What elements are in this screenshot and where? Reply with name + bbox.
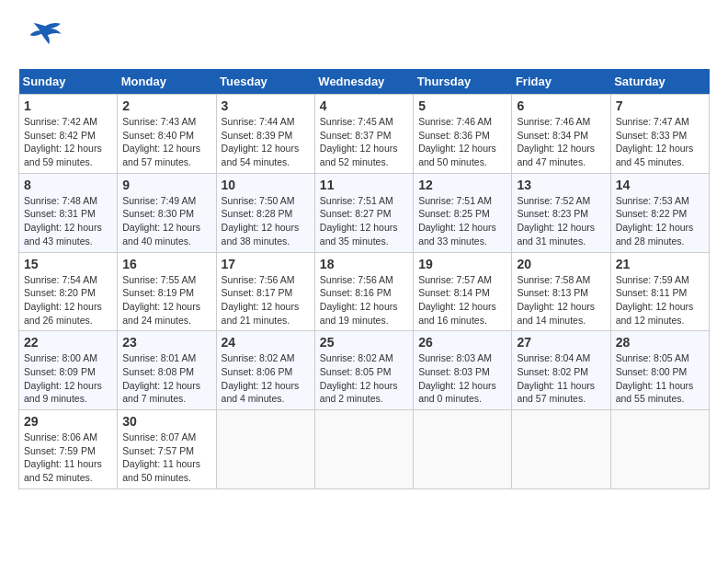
- day-info: Sunrise: 7:51 AM Sunset: 8:25 PM Dayligh…: [418, 194, 506, 248]
- day-info: Sunrise: 7:58 AM Sunset: 8:13 PM Dayligh…: [517, 273, 605, 327]
- day-info: Sunrise: 7:51 AM Sunset: 8:27 PM Dayligh…: [320, 194, 408, 248]
- day-info: Sunrise: 7:44 AM Sunset: 8:39 PM Dayligh…: [222, 115, 310, 169]
- day-number: 7: [616, 98, 704, 113]
- day-cell-13: 13 Sunrise: 7:52 AM Sunset: 8:23 PM Dayl…: [512, 173, 610, 252]
- day-cell-4: 4 Sunrise: 7:45 AM Sunset: 8:37 PM Dayli…: [314, 95, 413, 174]
- day-number: 26: [418, 335, 506, 350]
- empty-cell: [314, 410, 413, 489]
- day-number: 24: [222, 335, 310, 350]
- day-number: 29: [24, 414, 112, 429]
- weekday-header-saturday: Saturday: [610, 69, 709, 95]
- day-number: 17: [222, 257, 310, 271]
- day-info: Sunrise: 7:52 AM Sunset: 8:23 PM Dayligh…: [517, 194, 605, 248]
- day-cell-6: 6 Sunrise: 7:46 AM Sunset: 8:34 PM Dayli…: [512, 95, 610, 174]
- day-number: 13: [517, 178, 605, 192]
- day-cell-7: 7 Sunrise: 7:47 AM Sunset: 8:33 PM Dayli…: [610, 95, 709, 174]
- day-number: 14: [616, 178, 704, 192]
- day-number: 27: [517, 335, 605, 350]
- day-number: 16: [122, 257, 210, 271]
- week-row-3: 15 Sunrise: 7:54 AM Sunset: 8:20 PM Dayl…: [19, 252, 710, 331]
- page-header: [18, 18, 710, 60]
- empty-cell: [414, 410, 512, 489]
- day-cell-21: 21 Sunrise: 7:59 AM Sunset: 8:11 PM Dayl…: [610, 252, 709, 331]
- day-cell-5: 5 Sunrise: 7:46 AM Sunset: 8:36 PM Dayli…: [414, 95, 512, 174]
- day-cell-12: 12 Sunrise: 7:51 AM Sunset: 8:25 PM Dayl…: [414, 173, 512, 252]
- weekday-header-sunday: Sunday: [19, 69, 118, 95]
- empty-cell: [610, 410, 709, 489]
- day-cell-18: 18 Sunrise: 7:56 AM Sunset: 8:16 PM Dayl…: [314, 252, 413, 331]
- weekday-header-tuesday: Tuesday: [216, 69, 314, 95]
- day-number: 11: [320, 178, 408, 192]
- day-cell-10: 10 Sunrise: 7:50 AM Sunset: 8:28 PM Dayl…: [216, 173, 314, 252]
- day-info: Sunrise: 8:07 AM Sunset: 7:57 PM Dayligh…: [122, 431, 210, 485]
- day-cell-8: 8 Sunrise: 7:48 AM Sunset: 8:31 PM Dayli…: [19, 173, 118, 252]
- day-number: 21: [616, 257, 704, 271]
- day-info: Sunrise: 7:56 AM Sunset: 8:17 PM Dayligh…: [222, 273, 310, 327]
- empty-cell: [216, 410, 314, 489]
- day-cell-16: 16 Sunrise: 7:55 AM Sunset: 8:19 PM Dayl…: [118, 252, 216, 331]
- weekday-header-row: SundayMondayTuesdayWednesdayThursdayFrid…: [19, 69, 710, 95]
- day-number: 20: [517, 257, 605, 271]
- day-info: Sunrise: 8:03 AM Sunset: 8:03 PM Dayligh…: [418, 351, 506, 406]
- day-info: Sunrise: 7:59 AM Sunset: 8:11 PM Dayligh…: [616, 273, 704, 327]
- day-number: 1: [24, 98, 112, 113]
- day-info: Sunrise: 7:49 AM Sunset: 8:30 PM Dayligh…: [122, 194, 210, 248]
- day-info: Sunrise: 7:47 AM Sunset: 8:33 PM Dayligh…: [616, 115, 704, 169]
- day-info: Sunrise: 8:02 AM Sunset: 8:05 PM Dayligh…: [320, 351, 408, 406]
- day-cell-29: 29 Sunrise: 8:06 AM Sunset: 7:59 PM Dayl…: [19, 410, 118, 489]
- day-info: Sunrise: 7:56 AM Sunset: 8:16 PM Dayligh…: [320, 273, 408, 327]
- day-info: Sunrise: 7:46 AM Sunset: 8:36 PM Dayligh…: [418, 115, 506, 169]
- day-cell-1: 1 Sunrise: 7:42 AM Sunset: 8:42 PM Dayli…: [19, 95, 118, 174]
- day-cell-9: 9 Sunrise: 7:49 AM Sunset: 8:30 PM Dayli…: [118, 173, 216, 252]
- day-number: 5: [418, 98, 506, 113]
- day-number: 28: [616, 335, 704, 350]
- day-info: Sunrise: 7:45 AM Sunset: 8:37 PM Dayligh…: [320, 115, 408, 169]
- day-info: Sunrise: 7:57 AM Sunset: 8:14 PM Dayligh…: [418, 273, 506, 327]
- day-number: 23: [122, 335, 210, 350]
- day-info: Sunrise: 8:00 AM Sunset: 8:09 PM Dayligh…: [24, 351, 112, 406]
- day-number: 22: [24, 335, 112, 350]
- day-cell-11: 11 Sunrise: 7:51 AM Sunset: 8:27 PM Dayl…: [314, 173, 413, 252]
- day-number: 19: [418, 257, 506, 271]
- day-cell-15: 15 Sunrise: 7:54 AM Sunset: 8:20 PM Dayl…: [19, 252, 118, 331]
- day-number: 4: [320, 98, 408, 113]
- day-cell-19: 19 Sunrise: 7:57 AM Sunset: 8:14 PM Dayl…: [414, 252, 512, 331]
- day-number: 30: [122, 414, 210, 429]
- day-cell-27: 27 Sunrise: 8:04 AM Sunset: 8:02 PM Dayl…: [512, 331, 610, 410]
- day-info: Sunrise: 7:55 AM Sunset: 8:19 PM Dayligh…: [122, 273, 210, 327]
- weekday-header-monday: Monday: [118, 69, 216, 95]
- day-number: 8: [24, 178, 112, 192]
- day-info: Sunrise: 7:46 AM Sunset: 8:34 PM Dayligh…: [517, 115, 605, 169]
- day-cell-22: 22 Sunrise: 8:00 AM Sunset: 8:09 PM Dayl…: [19, 331, 118, 410]
- day-info: Sunrise: 8:06 AM Sunset: 7:59 PM Dayligh…: [24, 431, 112, 485]
- day-info: Sunrise: 7:43 AM Sunset: 8:40 PM Dayligh…: [122, 115, 210, 169]
- week-row-2: 8 Sunrise: 7:48 AM Sunset: 8:31 PM Dayli…: [19, 173, 710, 252]
- day-info: Sunrise: 8:02 AM Sunset: 8:06 PM Dayligh…: [222, 351, 310, 406]
- day-info: Sunrise: 7:50 AM Sunset: 8:28 PM Dayligh…: [222, 194, 310, 248]
- week-row-1: 1 Sunrise: 7:42 AM Sunset: 8:42 PM Dayli…: [19, 95, 710, 174]
- day-cell-30: 30 Sunrise: 8:07 AM Sunset: 7:57 PM Dayl…: [118, 410, 216, 489]
- day-number: 6: [517, 98, 605, 113]
- day-info: Sunrise: 7:53 AM Sunset: 8:22 PM Dayligh…: [616, 194, 704, 248]
- day-info: Sunrise: 7:54 AM Sunset: 8:20 PM Dayligh…: [24, 273, 112, 327]
- day-number: 10: [222, 178, 310, 192]
- weekday-header-friday: Friday: [512, 69, 610, 95]
- day-cell-26: 26 Sunrise: 8:03 AM Sunset: 8:03 PM Dayl…: [414, 331, 512, 410]
- day-cell-24: 24 Sunrise: 8:02 AM Sunset: 8:06 PM Dayl…: [216, 331, 314, 410]
- day-info: Sunrise: 7:48 AM Sunset: 8:31 PM Dayligh…: [24, 194, 112, 248]
- day-cell-25: 25 Sunrise: 8:02 AM Sunset: 8:05 PM Dayl…: [314, 331, 413, 410]
- empty-cell: [512, 410, 610, 489]
- day-number: 18: [320, 257, 408, 271]
- day-cell-23: 23 Sunrise: 8:01 AM Sunset: 8:08 PM Dayl…: [118, 331, 216, 410]
- weekday-header-wednesday: Wednesday: [314, 69, 413, 95]
- day-cell-20: 20 Sunrise: 7:58 AM Sunset: 8:13 PM Dayl…: [512, 252, 610, 331]
- day-cell-3: 3 Sunrise: 7:44 AM Sunset: 8:39 PM Dayli…: [216, 95, 314, 174]
- logo-icon: [18, 18, 64, 60]
- day-cell-2: 2 Sunrise: 7:43 AM Sunset: 8:40 PM Dayli…: [118, 95, 216, 174]
- day-number: 25: [320, 335, 408, 350]
- weekday-header-thursday: Thursday: [414, 69, 512, 95]
- day-cell-28: 28 Sunrise: 8:05 AM Sunset: 8:00 PM Dayl…: [610, 331, 709, 410]
- day-cell-17: 17 Sunrise: 7:56 AM Sunset: 8:17 PM Dayl…: [216, 252, 314, 331]
- day-info: Sunrise: 8:01 AM Sunset: 8:08 PM Dayligh…: [122, 351, 210, 406]
- day-info: Sunrise: 7:42 AM Sunset: 8:42 PM Dayligh…: [24, 115, 112, 169]
